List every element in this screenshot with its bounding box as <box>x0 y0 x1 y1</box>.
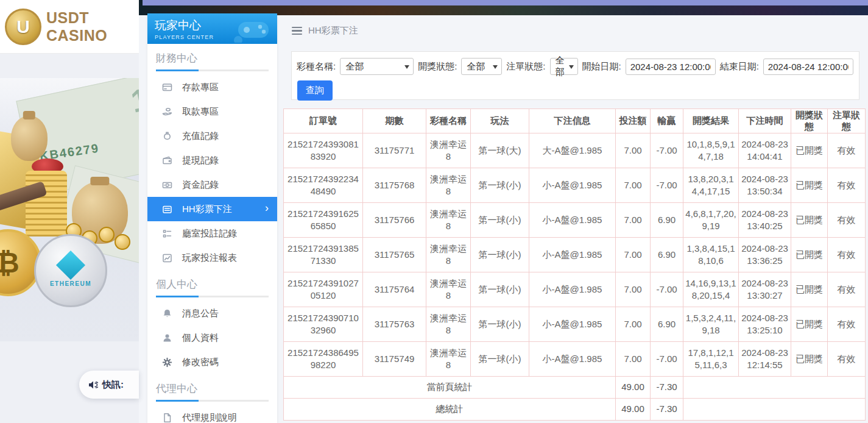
table-cell: 31175765 <box>363 238 426 272</box>
draw-status-select[interactable]: 全部 <box>461 58 502 75</box>
table-cell: 已開獎 <box>791 272 828 307</box>
sidebar-item[interactable]: HH彩票下注› <box>147 197 277 221</box>
sidebar-item-label: 提現記錄 <box>182 155 219 166</box>
sidebar-item-label: HH彩票下注 <box>182 204 232 215</box>
sidebar-item-label: 充值記錄 <box>182 130 219 142</box>
table-cell: 7.00 <box>616 307 651 342</box>
hall-records-icon <box>162 229 172 239</box>
table-cell: 澳洲幸运8 <box>426 203 471 238</box>
table-cell: 2152172439138571330 <box>284 238 363 272</box>
summary-row: 當前頁統計49.00-7.30 <box>284 377 866 399</box>
sidebar-item[interactable]: 個人資料 <box>147 325 277 350</box>
table-cell: 13,8,20,3,14,4,17,15 <box>683 168 739 203</box>
chevron-down-icon <box>404 65 409 69</box>
sidebar-item[interactable]: 充值記錄 <box>147 124 277 148</box>
sidebar-item[interactable]: 代理規則說明 <box>147 405 277 423</box>
table-cell: 1,5,3,2,4,11,9,18 <box>683 307 739 342</box>
table-cell: 31175768 <box>363 168 426 203</box>
sidebar-item[interactable]: 資金記錄 <box>147 172 277 197</box>
summary-empty <box>683 399 866 421</box>
breadcrumb: HH彩票下注 <box>277 15 868 37</box>
summary-label: 總統計 <box>284 399 616 421</box>
table-cell: 第一球(小) <box>471 168 529 203</box>
search-button[interactable]: 查詢 <box>297 80 333 101</box>
table-row: 215217243907103296031175763澳洲幸运8第一球(小)小-… <box>284 307 866 342</box>
news-ticker[interactable]: 快訊: <box>79 371 139 399</box>
table-cell: 2152172439102705120 <box>284 272 363 307</box>
table-cell: 6.90 <box>651 307 683 342</box>
table-cell: 7.00 <box>616 238 651 272</box>
lottery-name-select[interactable]: 全部 <box>340 58 414 75</box>
page-title: HH彩票下注 <box>308 25 358 37</box>
table-cell: 澳洲幸运8 <box>426 342 471 377</box>
brand-name: USDT CASINO <box>46 9 139 44</box>
table-cell: 有效 <box>828 238 866 272</box>
ethereum-coin-graphic: ETHEREUM <box>34 234 107 307</box>
coin-stack-graphic <box>26 171 67 236</box>
sidebar-section-label: 代理中心 <box>147 374 277 400</box>
table-cell: 澳洲幸运8 <box>426 238 471 272</box>
document-icon <box>162 413 172 423</box>
table-cell: 有效 <box>828 203 866 238</box>
brand-logo[interactable]: U USDT CASINO <box>0 0 139 54</box>
sidebar-item[interactable]: 提現記錄 <box>147 148 277 172</box>
table-cell: 有效 <box>828 342 866 377</box>
sidebar-item[interactable]: 修改密碼 <box>147 350 277 374</box>
sidebar-item-label: 存款專區 <box>182 82 219 93</box>
sidebar-item-label: 個人資料 <box>182 332 219 344</box>
column-header: 彩種名稱 <box>426 109 471 133</box>
table-cell: 第一球(小) <box>471 307 529 342</box>
card-icon <box>162 82 172 93</box>
sidebar-item[interactable]: 存款專區 <box>147 75 277 99</box>
table-cell: 已開獎 <box>791 168 828 203</box>
sidebar-item[interactable]: 消息公告 <box>147 301 277 325</box>
lottery-ticket-icon <box>162 204 172 215</box>
table-cell: 7.00 <box>616 133 651 168</box>
sidebar-item-label: 取款專區 <box>182 106 219 118</box>
table-cell: -7.00 <box>651 133 683 168</box>
section-divider <box>156 296 269 297</box>
table-cell: 31175771 <box>363 133 426 168</box>
table-cell: 澳洲幸运8 <box>426 168 471 203</box>
logo-letter: U <box>16 16 30 37</box>
bet-records-table: 訂單號期數彩種名稱玩法下注信息投注額輸贏開獎結果下注時間開獎狀態注單狀態 215… <box>283 108 866 421</box>
table-cell: 2024-08-23 12:14:55 <box>739 342 791 377</box>
section-divider <box>156 400 269 402</box>
table-cell: 澳洲幸运8 <box>426 133 471 168</box>
table-cell: 第一球(小) <box>471 203 529 238</box>
table-cell: 大-A盤@1.985 <box>529 133 616 168</box>
table-cell: 2152172439223448490 <box>284 168 363 203</box>
column-header: 投注額 <box>616 109 651 133</box>
bill-denomination: 10 <box>128 78 139 120</box>
table-cell: 第一球(小) <box>471 238 529 272</box>
ethereum-label: ETHEREUM <box>50 280 91 287</box>
table-cell: 已開獎 <box>791 307 828 342</box>
sidebar-item[interactable]: 玩家投注報表 <box>147 246 277 270</box>
column-header: 開獎狀態 <box>791 109 828 133</box>
column-header: 下注時間 <box>739 109 791 133</box>
report-chart-icon <box>162 253 172 263</box>
table-cell: 17,8,1,12,15,11,6,3 <box>683 342 739 377</box>
top-accent-strip <box>143 0 868 5</box>
sidebar-item[interactable]: 廳室投註記錄 <box>147 221 277 246</box>
menu-toggle-icon[interactable] <box>292 27 302 35</box>
end-date-input[interactable] <box>763 59 853 75</box>
players-center-header: 玩家中心 PLAYERS CENTER <box>147 13 277 44</box>
bell-icon <box>162 308 172 319</box>
table-cell: 有效 <box>828 168 866 203</box>
order-status-select[interactable]: 全部 <box>550 58 578 75</box>
table-cell: 2024-08-23 13:30:27 <box>739 272 791 307</box>
sidebar-item[interactable]: 取款專區 <box>147 99 277 124</box>
money-bag-graphic <box>11 116 48 161</box>
end-date-label: 結束日期: <box>720 61 759 73</box>
sidebar-item-label: 廳室投註記錄 <box>182 228 237 240</box>
table-cell: 小-A盤@1.985 <box>529 307 616 342</box>
table-cell: 小-A盤@1.985 <box>529 342 616 377</box>
ethereum-diamond-icon <box>56 250 85 279</box>
table-cell: -7.00 <box>651 168 683 203</box>
table-cell: 31175764 <box>363 272 426 307</box>
table-cell: 6.90 <box>651 203 683 238</box>
bet-records-table-wrap: 訂單號期數彩種名稱玩法下注信息投注額輸贏開獎結果下注時間開獎狀態注單狀態 215… <box>283 108 866 421</box>
btc-symbol: ₿ <box>0 246 19 279</box>
start-date-input[interactable] <box>626 59 716 75</box>
